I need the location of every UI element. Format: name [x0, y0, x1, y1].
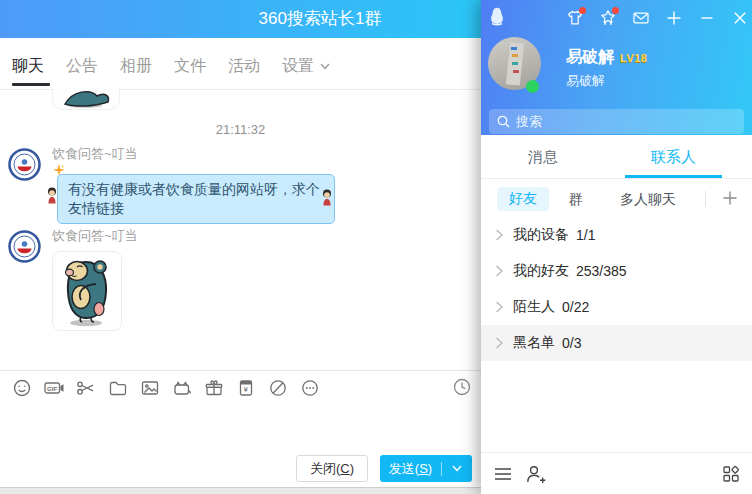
- sender-avatar[interactable]: [8, 230, 41, 263]
- search-icon: [497, 115, 510, 128]
- message-bubble[interactable]: 有没有健康或者饮食质量的网站呀，求个友情链接: [57, 174, 335, 224]
- chevron-down-icon: [452, 465, 462, 472]
- group-count: 1/1: [576, 227, 595, 243]
- sender-name: 饮食问答~叮当: [52, 227, 138, 245]
- dressup-icon[interactable]: [566, 9, 584, 27]
- search-input[interactable]: [516, 114, 736, 129]
- partial-sticker-bubble[interactable]: [52, 88, 120, 110]
- gift-icon[interactable]: [204, 378, 224, 398]
- subtab-multichat[interactable]: 多人聊天: [620, 191, 676, 209]
- tab-announcement[interactable]: 公告: [66, 44, 98, 89]
- panel-header: 易破解 LV18 易破解: [481, 0, 752, 135]
- image-icon[interactable]: [140, 378, 160, 398]
- group-row-blacklist[interactable]: 黑名单 0/3: [481, 325, 752, 361]
- qq-penguin-icon: [489, 7, 505, 26]
- main-menu-icon[interactable]: [493, 465, 513, 483]
- chevron-right-icon: [495, 229, 504, 241]
- subtab-divider: [705, 191, 706, 207]
- sticker-bag-icon[interactable]: [172, 378, 192, 398]
- gif-icon[interactable]: GIF: [44, 378, 64, 398]
- bubble-girl-left-icon: [46, 187, 58, 204]
- tab-settings[interactable]: 设置: [282, 44, 330, 89]
- mail-icon[interactable]: [632, 9, 650, 27]
- group-count: 0/3: [562, 335, 581, 351]
- sticker-message[interactable]: [52, 251, 122, 331]
- bubble-girl-right-icon: [321, 189, 333, 206]
- chevron-down-icon: [320, 63, 330, 70]
- send-button[interactable]: 发送(S): [380, 455, 472, 482]
- prohibit-icon[interactable]: [268, 378, 288, 398]
- tab-chat[interactable]: 聊天: [12, 44, 44, 89]
- sender-avatar[interactable]: [8, 148, 41, 181]
- subtab-friends[interactable]: 好友: [497, 187, 549, 211]
- tab-contacts[interactable]: 联系人: [651, 148, 696, 167]
- group-count: 253/385: [576, 263, 627, 279]
- tab-activity[interactable]: 活动: [228, 44, 260, 89]
- message-timestamp: 21:11:32: [0, 122, 481, 137]
- tab-files[interactable]: 文件: [174, 44, 206, 89]
- profile-signature[interactable]: 易破解: [566, 72, 605, 90]
- send-options-button[interactable]: [442, 465, 472, 472]
- emoji-icon[interactable]: [12, 378, 32, 398]
- subtab-groups[interactable]: 群: [569, 191, 583, 209]
- group-row-strangers[interactable]: 陌生人 0/22: [481, 289, 752, 325]
- chevron-right-icon: [495, 301, 504, 313]
- history-clock-icon[interactable]: [452, 377, 472, 397]
- close-icon[interactable]: [731, 9, 749, 27]
- desktop: 360搜索站长1群 聊天 公告 相册 文件 活动 设置 21:11:32: [0, 0, 752, 494]
- sender-name: 饮食问答~叮当: [52, 145, 138, 163]
- qq-main-panel: 易破解 LV18 易破解 消息 联系人 好友 群 多人聊天: [481, 0, 752, 494]
- contacts-subtabs: 好友 群 多人聊天: [481, 179, 752, 219]
- svg-text:¥: ¥: [243, 384, 249, 393]
- chevron-right-icon: [495, 265, 504, 277]
- panel-window-icons: [566, 9, 749, 27]
- tab-messages[interactable]: 消息: [528, 148, 558, 167]
- screenshot-icon[interactable]: [76, 378, 96, 398]
- active-tab-underline: [625, 175, 722, 178]
- search-bar[interactable]: [489, 109, 744, 134]
- panel-footer: [481, 452, 752, 494]
- level-badge: LV18: [620, 52, 647, 64]
- chevron-right-icon: [495, 337, 504, 349]
- app-grid-icon[interactable]: [722, 465, 740, 483]
- tab-album[interactable]: 相册: [120, 44, 152, 89]
- close-button[interactable]: 关闭(C): [296, 455, 368, 482]
- group-row-my-friends[interactable]: 我的好友 253/385: [481, 253, 752, 289]
- svg-text:GIF: GIF: [47, 384, 58, 391]
- group-row-my-devices[interactable]: 我的设备 1/1: [481, 217, 752, 253]
- medal-star-icon[interactable]: [599, 9, 617, 27]
- minimize-icon[interactable]: [698, 9, 716, 27]
- send-label: 发送(S): [380, 460, 441, 478]
- group-count: 0/22: [562, 299, 589, 315]
- sticker-foot-icon: [55, 88, 117, 108]
- more-icon[interactable]: [300, 378, 320, 398]
- panel-main-tabs: 消息 联系人: [481, 135, 752, 179]
- online-status-dot: [526, 80, 539, 93]
- contact-group-list: 我的设备 1/1 我的好友 253/385 陌生人 0/22 黑名单 0/3: [481, 217, 752, 361]
- profile-name[interactable]: 易破解: [566, 47, 614, 68]
- folder-icon[interactable]: [108, 378, 128, 398]
- red-packet-icon[interactable]: ¥: [236, 378, 256, 398]
- add-contact-icon[interactable]: [525, 464, 547, 484]
- add-group-button[interactable]: [721, 189, 739, 207]
- teal-monkey-sticker-icon: [56, 254, 118, 328]
- plus-icon[interactable]: [665, 9, 683, 27]
